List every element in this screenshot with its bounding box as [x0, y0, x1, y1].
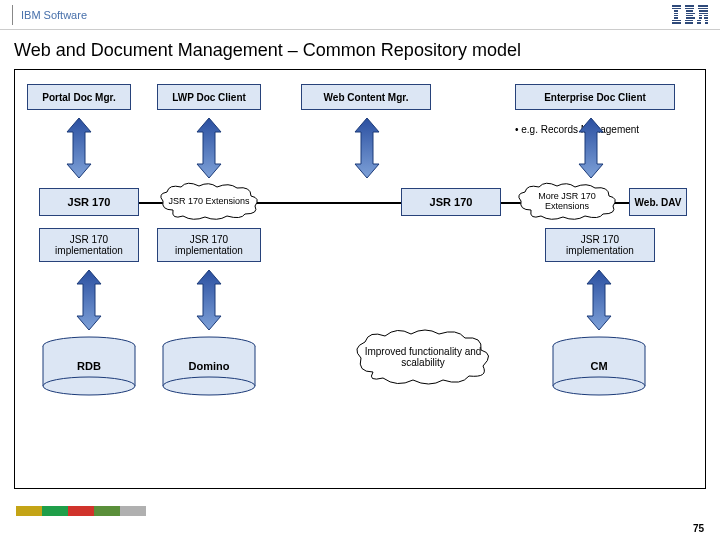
box-enterprise-doc-client: Enterprise Doc Client: [515, 84, 675, 110]
box-web-content-mgr: Web Content Mgr.: [301, 84, 431, 110]
slide-title: Web and Document Management – Common Rep…: [0, 30, 720, 69]
cyl-cm-label: CM: [590, 360, 607, 372]
cylinder-cm: CM: [551, 336, 647, 396]
arrow-bot-2: [193, 270, 225, 330]
svg-marker-4: [77, 270, 101, 330]
cloud-jsr170-ext-1: JSR 170 Extensions: [157, 182, 261, 222]
cloud-improved-text: Improved functionality and scalability: [353, 346, 493, 368]
svg-marker-3: [579, 118, 603, 178]
footer-color-bar: [16, 506, 236, 516]
brand-label: IBM Software: [21, 9, 87, 21]
box-lwp-doc-client: LWP Doc Client: [157, 84, 261, 110]
svg-rect-26: [120, 506, 146, 516]
svg-rect-23: [42, 506, 68, 516]
svg-marker-1: [197, 118, 221, 178]
svg-point-21: [553, 377, 645, 395]
cloud-jsr170-ext-2: More JSR 170 Extensions: [515, 182, 619, 222]
cyl-rdb-label: RDB: [77, 360, 101, 372]
box-impl-3: JSR 170 implementation: [545, 228, 655, 262]
svg-marker-5: [197, 270, 221, 330]
box-webdav: Web. DAV: [629, 188, 687, 216]
cylinder-domino: Domino: [161, 336, 257, 396]
box-impl-1: JSR 170 implementation: [39, 228, 139, 262]
arrow-top-4: [575, 118, 607, 178]
cloud-text-ext-1: JSR 170 Extensions: [160, 197, 257, 207]
cloud-text-ext-2: More JSR 170 Extensions: [515, 192, 619, 212]
arrow-top-1: [63, 118, 95, 178]
cloud-improved: Improved functionality and scalability: [353, 328, 493, 386]
diagram-frame: Portal Doc Mgr. LWP Doc Client Web Conte…: [14, 69, 706, 489]
box-jsr170-2: JSR 170: [401, 188, 501, 216]
svg-marker-2: [355, 118, 379, 178]
header-left: IBM Software: [12, 5, 87, 25]
cyl-domino-label: Domino: [189, 360, 230, 372]
slide-header: IBM Software: [0, 0, 720, 30]
page-number: 75: [693, 523, 704, 534]
svg-rect-22: [16, 506, 42, 516]
header-separator: [12, 5, 13, 25]
cylinder-rdb: RDB: [41, 336, 137, 396]
arrow-top-3: [351, 118, 383, 178]
svg-rect-25: [94, 506, 120, 516]
ibm-logo-icon: [672, 5, 708, 23]
svg-point-11: [43, 377, 135, 395]
box-impl-2: JSR 170 implementation: [157, 228, 261, 262]
svg-point-16: [163, 377, 255, 395]
svg-marker-0: [67, 118, 91, 178]
arrow-bot-1: [73, 270, 105, 330]
svg-rect-24: [68, 506, 94, 516]
arrow-bot-3: [583, 270, 615, 330]
svg-marker-6: [587, 270, 611, 330]
arrow-top-2: [193, 118, 225, 178]
box-jsr170-1: JSR 170: [39, 188, 139, 216]
box-portal-doc-mgr: Portal Doc Mgr.: [27, 84, 131, 110]
